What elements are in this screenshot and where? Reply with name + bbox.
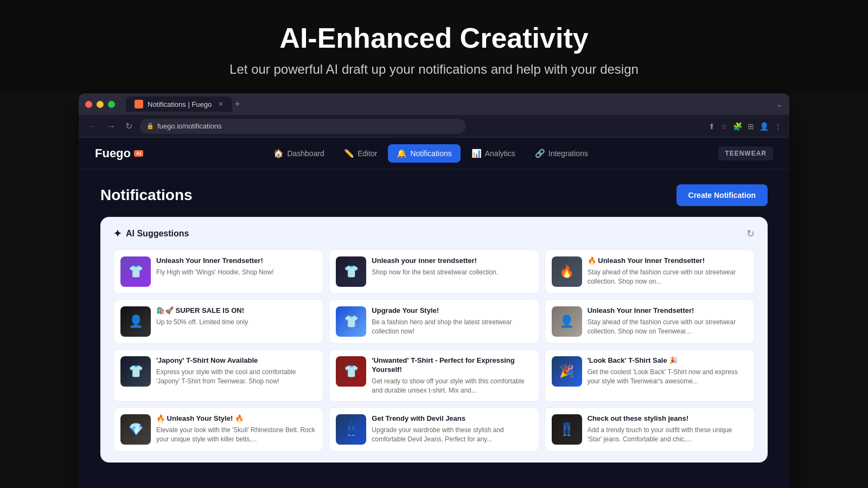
suggestion-desc: Fly High with 'Wings' Hoodie, Shop Now! <box>156 268 316 277</box>
notifications-icon: 🔔 <box>397 149 407 158</box>
suggestion-image: 👖 <box>552 414 582 445</box>
editor-icon: ✏️ <box>344 149 354 158</box>
nav-dashboard[interactable]: 🏠 Dashboard <box>265 144 333 163</box>
nav-editor-label: Editor <box>358 149 378 158</box>
suggestion-desc: Stay ahead of the fashion curve with our… <box>588 268 748 286</box>
suggestion-text: Unleash Your Inner Trendsetter! Stay ahe… <box>588 306 748 336</box>
suggestion-image: 👕 <box>336 256 366 287</box>
nav-dashboard-label: Dashboard <box>287 149 324 158</box>
forward-button[interactable]: → <box>105 120 118 132</box>
profile-icon[interactable]: 👤 <box>760 122 769 131</box>
suggestion-card[interactable]: 👕 Unleash your inner trendsetter! Shop n… <box>329 249 539 294</box>
suggestion-desc: Stay ahead of the fashion curve with our… <box>588 318 748 336</box>
suggestion-card[interactable]: 👤 Unleash Your Inner Trendsetter! Stay a… <box>545 299 755 344</box>
suggestion-image: 🎉 <box>552 356 582 387</box>
suggestion-title: 🔥 Unleash Your Style! 🔥 <box>156 414 316 423</box>
suggestion-desc: Shop now for the best streetwear collect… <box>372 268 532 277</box>
suggestion-text: 'Look Back' T-Shirt Sale 🎉 Get the coole… <box>588 356 748 386</box>
suggestion-card[interactable]: 👕 Upgrade Your Style! Be a fashion hero … <box>329 299 539 344</box>
nav-editor[interactable]: ✏️ Editor <box>335 144 386 163</box>
reload-button[interactable]: ↻ <box>123 120 135 132</box>
nav-notifications-label: Notifications <box>410 149 451 158</box>
suggestion-card[interactable]: 💎 🔥 Unleash Your Style! 🔥 Elevate your l… <box>113 407 323 452</box>
create-notification-button[interactable]: Create Notification <box>676 184 768 206</box>
integrations-icon: 🔗 <box>535 149 545 158</box>
suggestion-desc: Get the coolest 'Look Back' T-Shirt now … <box>588 368 748 386</box>
suggestion-desc: Get ready to show off your style with th… <box>372 377 532 395</box>
main-content: ✦ AI Suggestions ↻ 👕 Unleash Your Inner … <box>79 217 789 463</box>
suggestion-grid: 👕 Unleash Your Inner Trendsetter! Fly Hi… <box>113 249 755 452</box>
back-button[interactable]: ← <box>86 120 99 132</box>
tab-bar: Notifications | Fuego ✕ + <box>126 97 772 112</box>
traffic-light-yellow[interactable] <box>97 101 104 108</box>
suggestion-card[interactable]: 🎉 'Look Back' T-Shirt Sale 🎉 Get the coo… <box>545 349 755 402</box>
suggestion-title: Unleash Your Inner Trendsetter! <box>588 306 748 316</box>
ai-suggestions-label: AI Suggestions <box>126 229 189 239</box>
suggestion-title: Check out these stylish jeans! <box>588 414 748 423</box>
sidebar-icon[interactable]: ⊞ <box>748 122 754 131</box>
suggestion-image: 👕 <box>336 356 366 387</box>
nav-integrations[interactable]: 🔗 Integrations <box>526 144 597 163</box>
suggestion-image: 👤 <box>552 306 582 337</box>
suggestion-text: 'Unwanted' T-Shirt - Perfect for Express… <box>372 356 532 395</box>
active-tab[interactable]: Notifications | Fuego ✕ <box>126 97 232 112</box>
ai-card-title: ✦ AI Suggestions <box>113 228 189 240</box>
tab-close-button[interactable]: ✕ <box>218 100 224 108</box>
suggestion-text: Upgrade Your Style! Be a fashion hero an… <box>372 306 532 336</box>
logo-badge: AI <box>134 150 143 157</box>
suggestion-card[interactable]: 👖 Check out these stylish jeans! Add a t… <box>545 407 755 452</box>
suggestion-title: 🛍️🚀 SUPER SALE IS ON! <box>156 306 316 316</box>
nav-analytics-label: Analytics <box>485 149 515 158</box>
suggestion-card[interactable]: 👕 Unleash Your Inner Trendsetter! Fly Hi… <box>113 249 323 294</box>
nav-notifications[interactable]: 🔔 Notifications <box>388 144 460 163</box>
extension-icon[interactable]: 🧩 <box>733 122 742 131</box>
suggestion-desc: Be a fashion hero and shop the latest st… <box>372 318 532 336</box>
suggestion-desc: Upgrade your wardrobe with these stylish… <box>372 426 532 444</box>
tab-title: Notifications | Fuego <box>148 100 212 108</box>
browser-actions: ⬆ ☆ 🧩 ⊞ 👤 ⋮ <box>709 122 782 131</box>
nav-analytics[interactable]: 📊 Analytics <box>463 144 524 163</box>
url-bar[interactable]: 🔒 fuego.io/notifications <box>140 119 465 134</box>
suggestion-image: 👕 <box>336 306 366 337</box>
hero-section: AI-Enhanced Creativity Let our powerful … <box>0 0 868 93</box>
title-bar: Notifications | Fuego ✕ + ⌄ <box>79 93 789 115</box>
hero-subtitle: Let our powerful AI draft up your notifi… <box>0 62 868 77</box>
suggestion-desc: Elevate your look with the 'Skull' Rhine… <box>156 426 316 444</box>
suggestion-text: 'Japony' T-Shirt Now Available Express y… <box>156 356 316 386</box>
sparkle-icon: ✦ <box>113 228 122 240</box>
bookmark-icon[interactable]: ☆ <box>720 122 727 131</box>
suggestion-image: 👖 <box>336 414 366 445</box>
new-tab-button[interactable]: + <box>234 99 240 110</box>
page-header: Notifications Create Notification <box>79 169 789 217</box>
top-navigation: FuegoAI 🏠 Dashboard ✏️ Editor 🔔 Notifica… <box>79 138 789 169</box>
suggestion-text: 🔥 Unleash Your Style! 🔥 Elevate your loo… <box>156 414 316 444</box>
address-bar: ← → ↻ 🔒 fuego.io/notifications ⬆ ☆ 🧩 ⊞ 👤… <box>79 115 789 138</box>
traffic-light-red[interactable] <box>85 101 92 108</box>
tab-collapse-button[interactable]: ⌄ <box>776 100 783 108</box>
user-badge: TEENWEAR <box>718 146 773 160</box>
traffic-light-green[interactable] <box>108 101 115 108</box>
suggestion-card[interactable]: 🔥 🔥 Unleash Your Inner Trendsetter! Stay… <box>545 249 755 294</box>
suggestion-card[interactable]: 👤 🛍️🚀 SUPER SALE IS ON! Up to 50% off. L… <box>113 299 323 344</box>
suggestion-desc: Add a trendy touch to your outfit with t… <box>588 426 748 444</box>
tab-favicon <box>135 100 143 108</box>
suggestion-card[interactable]: 👖 Get Trendy with Devil Jeans Upgrade yo… <box>329 407 539 452</box>
suggestion-desc: Express your style with the cool and com… <box>156 368 316 386</box>
suggestion-card[interactable]: 👕 'Japony' T-Shirt Now Available Express… <box>113 349 323 402</box>
share-icon[interactable]: ⬆ <box>709 122 715 131</box>
lock-icon: 🔒 <box>146 123 154 130</box>
suggestion-image: 👤 <box>120 306 151 337</box>
refresh-button[interactable]: ↻ <box>746 228 755 240</box>
suggestion-image: 👕 <box>120 256 151 287</box>
nav-integrations-label: Integrations <box>548 149 588 158</box>
nav-links: 🏠 Dashboard ✏️ Editor 🔔 Notifications 📊 … <box>265 144 597 163</box>
suggestion-title: 'Look Back' T-Shirt Sale 🎉 <box>588 356 748 365</box>
suggestion-card[interactable]: 👕 'Unwanted' T-Shirt - Perfect for Expre… <box>329 349 539 402</box>
suggestion-image: 🔥 <box>552 256 582 287</box>
suggestion-text: 🛍️🚀 SUPER SALE IS ON! Up to 50% off. Lim… <box>156 306 316 327</box>
menu-icon[interactable]: ⋮ <box>774 122 782 131</box>
suggestion-text: Get Trendy with Devil Jeans Upgrade your… <box>372 414 532 444</box>
analytics-icon: 📊 <box>471 149 482 158</box>
ai-card-header: ✦ AI Suggestions ↻ <box>113 228 755 240</box>
suggestion-title: Unleash your inner trendsetter! <box>372 256 532 266</box>
